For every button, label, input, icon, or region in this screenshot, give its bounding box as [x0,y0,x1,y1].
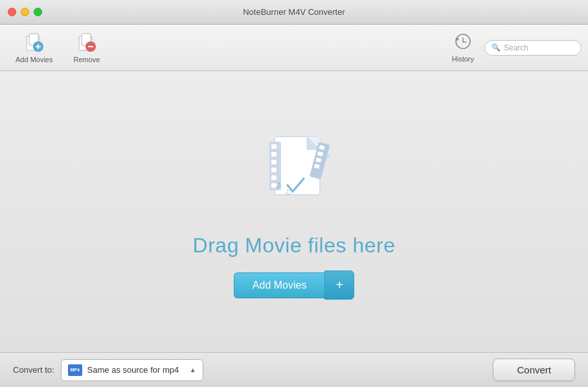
main-content: ♪ ♫ ✦ ✦ ✦ Drag Movie files here Add Movi… [0,71,588,352]
convert-button[interactable]: Convert [493,359,575,381]
title-bar: NoteBurner M4V Converter [0,0,588,25]
add-movies-toolbar-button[interactable]: Add Movies [6,28,62,67]
minimize-button[interactable] [21,8,29,16]
add-movies-toolbar-label: Add Movies [16,56,52,63]
format-dropdown-arrow-icon: ▲ [190,366,196,373]
film-illustration: ♪ ♫ ✦ ✦ ✦ [229,124,359,221]
svg-rect-16 [271,160,277,164]
convert-to-label: Convert to: [13,365,54,375]
add-movies-drop-button[interactable]: Add Movies + [234,271,354,300]
svg-text:♪: ♪ [276,178,282,191]
history-button[interactable]: History [452,32,474,63]
svg-rect-14 [271,144,277,149]
remove-toolbar-icon [76,32,97,53]
search-input[interactable] [504,43,574,52]
history-label: History [452,55,474,63]
svg-text:✦: ✦ [332,171,336,177]
app-title: NoteBurner M4V Converter [243,7,345,17]
toolbar-right: History 🔍 [452,32,582,63]
bottom-bar: Convert to: MP4 Same as source for mp4 ▲… [0,352,588,387]
svg-text:✦: ✦ [325,152,332,161]
svg-rect-17 [271,168,277,172]
search-box[interactable]: 🔍 [484,40,582,56]
close-button[interactable] [8,8,16,16]
toolbar: Add Movies Remove [0,25,588,71]
drop-area: ♪ ♫ ✦ ✦ ✦ Drag Movie files here Add Movi… [193,124,396,300]
drag-drop-text: Drag Movie files here [193,234,396,258]
remove-toolbar-button[interactable]: Remove [64,28,109,67]
svg-rect-15 [271,152,277,157]
format-option-text: Same as source for mp4 [87,365,185,375]
search-icon: 🔍 [492,43,501,52]
format-icon: MP4 [68,364,82,376]
add-movies-toolbar-icon [24,32,45,53]
svg-text:✦: ✦ [262,151,266,157]
add-movies-plus-button[interactable]: + [324,271,354,300]
remove-toolbar-label: Remove [73,56,100,63]
window-controls [8,8,42,16]
toolbar-left: Add Movies Remove [6,28,109,67]
add-movies-main-button[interactable]: Add Movies [234,272,325,298]
maximize-button[interactable] [34,8,42,16]
format-select-dropdown[interactable]: MP4 Same as source for mp4 ▲ [61,359,203,381]
history-icon [454,32,472,53]
